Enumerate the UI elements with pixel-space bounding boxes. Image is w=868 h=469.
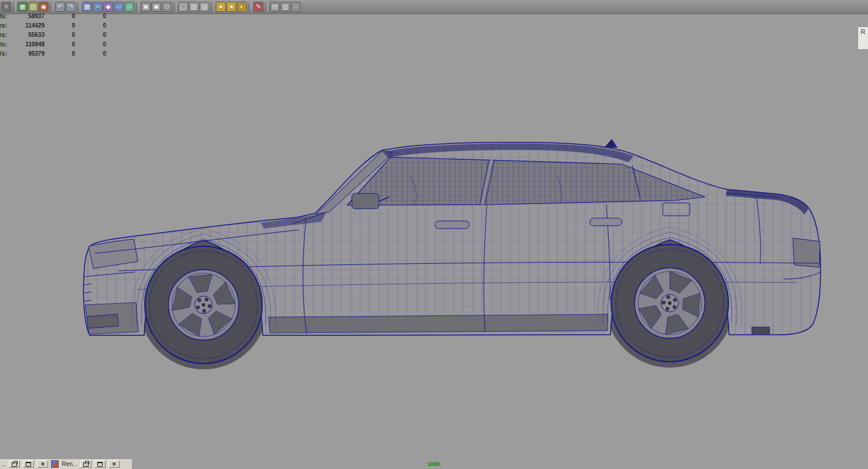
construction-aid-icon[interactable]: ▢ (178, 2, 188, 12)
hud-value: 0 (47, 13, 75, 19)
make-live-icon[interactable]: ◎ (124, 2, 134, 12)
fog-light (87, 314, 118, 328)
node-editor-icon[interactable]: ∴ (291, 2, 301, 12)
toolbar-divider (13, 2, 16, 12)
hud-value: 0 (47, 32, 75, 38)
maximize-button[interactable] (23, 460, 34, 468)
scene-new-icon[interactable]: ▦ (18, 2, 28, 12)
toolbar-divider (249, 2, 252, 12)
hud-row: Faces:5563300 (0, 32, 117, 41)
status-line-toolbar: ≡▦▧◉↶↷▦≈◆▱◎▣▣⊙▢▧▨●●◐✎▤▥∴ (0, 0, 868, 14)
hud-row: Tris:11094800 (0, 41, 117, 50)
car-wireframe-model (0, 14, 868, 469)
render-window-icon (51, 460, 59, 468)
close-icon: × (41, 461, 45, 467)
smooth-shade-cube-icon[interactable]: ▨ (199, 2, 209, 12)
rear-door-handle (590, 218, 622, 226)
undo-icon[interactable]: ↶ (55, 2, 65, 12)
texture-view-icon[interactable]: ▤ (270, 2, 280, 12)
hud-value: 58937 (0, 13, 45, 19)
hud-value: 0 (47, 41, 75, 47)
history-toggle-icon[interactable]: ⊙ (162, 2, 172, 12)
viewport-side-view[interactable]: Verts:5893700Edges:11442900Faces:5563300… (0, 14, 868, 469)
minimized-window-title: Ren... (62, 461, 77, 467)
menu-toggle-icon[interactable]: ≡ (1, 2, 11, 12)
minimized-windows-bar: ... × Ren... × (0, 458, 133, 469)
side-panel-edge[interactable]: R (857, 26, 868, 50)
paint-effects-icon[interactable]: ✎ (253, 2, 263, 12)
inputs-connection-icon[interactable]: ▣ (141, 2, 151, 12)
exhaust-tip (752, 327, 769, 334)
snap-point-icon[interactable]: ◆ (103, 2, 113, 12)
render-settings-icon[interactable]: ◐ (237, 2, 247, 12)
close-button[interactable]: × (37, 460, 48, 468)
side-panel-label: R (861, 28, 866, 35)
restore-icon (12, 463, 17, 467)
hud-value: 0 (78, 13, 106, 19)
restore-icon (83, 463, 89, 467)
toolbar-divider (265, 2, 268, 12)
restore-button[interactable] (9, 460, 20, 468)
poly-display-cube-icon[interactable]: ▧ (189, 2, 199, 12)
toolbar-divider (50, 2, 53, 12)
hud-row: UVs:9537900 (0, 50, 117, 60)
toolbar-divider (77, 2, 80, 12)
hud-value: 0 (47, 22, 75, 29)
scene-save-icon[interactable]: ◉ (39, 2, 49, 12)
rocker-trim (269, 314, 608, 333)
maximize-icon (97, 462, 103, 467)
roof-antenna (604, 139, 618, 148)
toolbar-divider (136, 2, 139, 12)
hud-value: 0 (78, 22, 106, 29)
hud-value: 114429 (0, 22, 45, 29)
minimized-window-title: ... (1, 461, 6, 467)
hud-row: Verts:5893700 (0, 13, 117, 22)
poly-count-hud: Verts:5893700Edges:11442900Faces:5563300… (0, 13, 117, 60)
snap-plane-icon[interactable]: ▱ (114, 2, 124, 12)
hud-value: 0 (78, 50, 106, 57)
hud-value: 95379 (0, 50, 45, 57)
hud-row: Edges:11442900 (0, 22, 117, 32)
ipr-render-icon[interactable]: ● (226, 2, 236, 12)
toolbar-divider (211, 2, 214, 12)
maximize-icon (26, 462, 31, 467)
maximize-button[interactable] (94, 460, 106, 468)
snap-grid-icon[interactable]: ▦ (82, 2, 92, 12)
hud-value: 55633 (0, 32, 45, 38)
hud-value: 0 (78, 41, 106, 47)
hud-value: 0 (47, 50, 75, 57)
lighting-toggle-icon[interactable]: ▥ (280, 2, 290, 12)
scene-open-icon[interactable]: ▧ (28, 2, 38, 12)
toolbar-divider (174, 2, 177, 12)
render-frame-icon[interactable]: ● (216, 2, 226, 12)
close-icon: × (112, 461, 116, 467)
hud-value: 110948 (0, 41, 45, 47)
camera-name-label: side (428, 460, 440, 467)
outputs-connection-icon[interactable]: ▣ (151, 2, 161, 12)
redo-icon[interactable]: ↷ (66, 2, 76, 12)
close-button[interactable]: × (108, 460, 120, 468)
snap-curve-icon[interactable]: ≈ (93, 2, 103, 12)
restore-button[interactable] (80, 460, 91, 468)
front-door-handle (435, 221, 469, 229)
hud-value: 0 (78, 32, 106, 38)
